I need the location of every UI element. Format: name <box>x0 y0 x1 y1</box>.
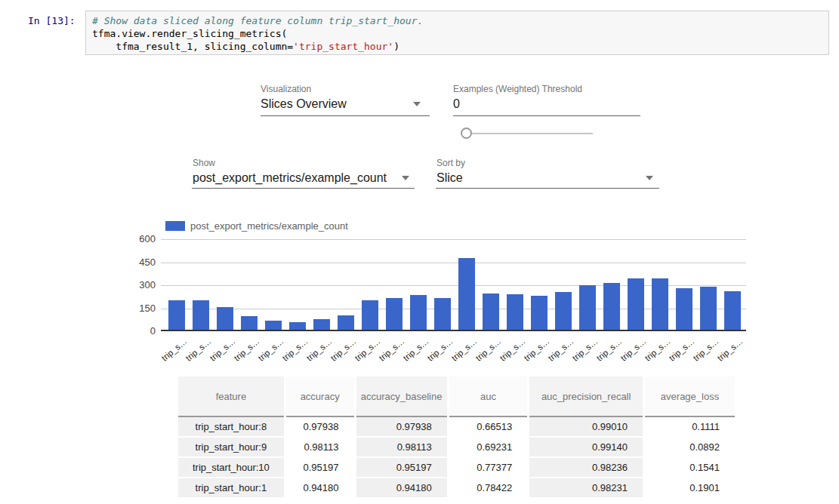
legend-swatch <box>165 221 185 231</box>
cell-execution-prompt: In [13]: <box>28 15 76 26</box>
x-tick-label: trip_s… <box>590 337 623 367</box>
bar-15[interactable] <box>531 296 548 330</box>
x-tick-label: trip_s… <box>421 337 454 367</box>
table-cell: trip_start_hour:10 <box>178 457 285 478</box>
bar-4[interactable] <box>265 321 282 330</box>
bar-18[interactable] <box>603 283 620 330</box>
x-tick-label: trip_s… <box>711 337 744 367</box>
column-header-feature[interactable]: feature <box>178 376 285 416</box>
threshold-slider-track[interactable] <box>461 133 593 134</box>
chevron-down-icon[interactable] <box>646 176 653 180</box>
chevron-down-icon[interactable] <box>413 102 421 106</box>
show-label: Show <box>193 158 215 168</box>
bar-0[interactable] <box>168 300 185 330</box>
table-cell: 0.94180 <box>355 478 448 498</box>
x-tick-label: trip_s… <box>203 337 236 367</box>
bar-7[interactable] <box>338 315 354 330</box>
x-tick-label: trip_s… <box>372 337 406 367</box>
table-cell: 0.98113 <box>285 437 355 457</box>
bar-11[interactable] <box>434 298 451 330</box>
table-cell: 0.97938 <box>355 416 448 437</box>
bar-21[interactable] <box>676 288 692 330</box>
threshold-input[interactable]: 0 <box>453 97 460 111</box>
legend-label: post_export_metrics/example_count <box>190 220 348 232</box>
y-tick-label: 300 <box>133 279 156 290</box>
x-tick-label: trip_s… <box>348 337 381 367</box>
column-header-auc[interactable]: auc <box>448 376 529 416</box>
table-cell: 0.97938 <box>285 416 355 437</box>
x-tick-label: trip_s… <box>396 337 430 367</box>
table-header-row: featureaccuracyaccuracy_baselineaucauc_p… <box>178 376 735 416</box>
bar-8[interactable] <box>362 300 378 330</box>
x-tick-label: trip_s… <box>614 337 647 367</box>
table-cell: trip_start_hour:8 <box>178 416 285 437</box>
y-tick-label: 600 <box>133 233 156 244</box>
table-cell: 0.95197 <box>285 457 355 478</box>
threshold-slider-handle[interactable] <box>461 128 472 139</box>
column-header-average_loss[interactable]: average_loss <box>644 376 735 416</box>
show-select[interactable]: post_export_metrics/example_count <box>193 171 387 185</box>
x-tick-label: trip_s… <box>638 337 671 367</box>
x-tick-label: trip_s… <box>324 337 357 367</box>
plot-area <box>161 239 746 331</box>
x-tick-label: trip_s… <box>227 337 261 367</box>
x-tick-label: trip_s… <box>155 337 188 367</box>
sortby-label: Sort by <box>436 158 465 168</box>
column-header-accuracy_baseline[interactable]: accuracy_baseline <box>355 376 448 416</box>
show-underline <box>192 188 415 189</box>
table-cell: 0.1111 <box>644 416 735 437</box>
gridline <box>161 263 746 263</box>
table-row: trip_start_hour:80.979380.979380.665130.… <box>178 416 735 437</box>
sortby-select[interactable]: Slice <box>436 171 463 185</box>
y-tick-label: 450 <box>133 257 156 268</box>
code-line-3: tfma_result_1, slicing_column='trip_star… <box>92 40 822 53</box>
bar-14[interactable] <box>507 294 523 330</box>
code-cell[interactable]: # Show data sliced along feature column … <box>85 11 829 55</box>
bar-17[interactable] <box>579 285 596 330</box>
bar-3[interactable] <box>241 316 258 330</box>
column-header-auc_precision_recall[interactable]: auc_precision_recall <box>529 376 644 416</box>
table-cell: 0.69231 <box>448 437 529 457</box>
bar-13[interactable] <box>483 293 499 330</box>
bar-16[interactable] <box>555 292 572 330</box>
visualization-label: Visualization <box>261 84 311 94</box>
code-line-comment: # Show data sliced along feature column … <box>92 14 822 27</box>
bar-10[interactable] <box>410 295 427 330</box>
x-tick-label: trip_s… <box>445 337 478 367</box>
table-cell: 0.99010 <box>529 416 644 437</box>
chevron-down-icon[interactable] <box>402 176 409 180</box>
x-tick-label: trip_s… <box>276 337 309 367</box>
x-tick-label: trip_s… <box>493 337 526 367</box>
bar-5[interactable] <box>289 322 306 330</box>
x-tick-label: trip_s… <box>179 337 212 367</box>
bar-6[interactable] <box>313 319 330 330</box>
table-cell: 0.1901 <box>644 478 735 498</box>
y-tick-label: 0 <box>133 325 156 337</box>
bar-1[interactable] <box>193 300 209 330</box>
x-tick-label: trip_s… <box>300 337 333 367</box>
table-cell: 0.98236 <box>529 457 644 478</box>
y-tick-label: 150 <box>133 303 156 314</box>
table-cell: 0.98231 <box>529 478 644 498</box>
table-cell: 0.0892 <box>644 437 735 457</box>
bar-2[interactable] <box>217 307 233 330</box>
x-tick-label: trip_s… <box>686 337 720 367</box>
bar-22[interactable] <box>700 287 717 330</box>
bar-19[interactable] <box>628 278 644 330</box>
metrics-table: featureaccuracyaccuracy_baselineaucauc_p… <box>178 376 735 499</box>
metrics-table-container: featureaccuracyaccuracy_baselineaucauc_p… <box>178 376 735 504</box>
bar-12[interactable] <box>458 258 475 330</box>
bar-20[interactable] <box>652 278 668 330</box>
bar-23[interactable] <box>724 291 741 330</box>
visualization-select[interactable]: Slices Overview <box>261 97 347 111</box>
tfma-notebook-view: In [13]: # Show data sliced along featur… <box>0 0 839 504</box>
x-tick-label: trip_s… <box>541 337 575 367</box>
table-cell: 0.99140 <box>529 437 644 457</box>
bar-9[interactable] <box>386 298 403 330</box>
column-header-accuracy[interactable]: accuracy <box>285 376 355 416</box>
x-tick-label: trip_s… <box>662 337 696 367</box>
gridline <box>161 239 746 240</box>
table-cell: 0.94180 <box>285 478 355 498</box>
code-line-2: tfma.view.render_slicing_metrics( <box>92 27 822 40</box>
table-cell: 0.95197 <box>355 457 448 478</box>
